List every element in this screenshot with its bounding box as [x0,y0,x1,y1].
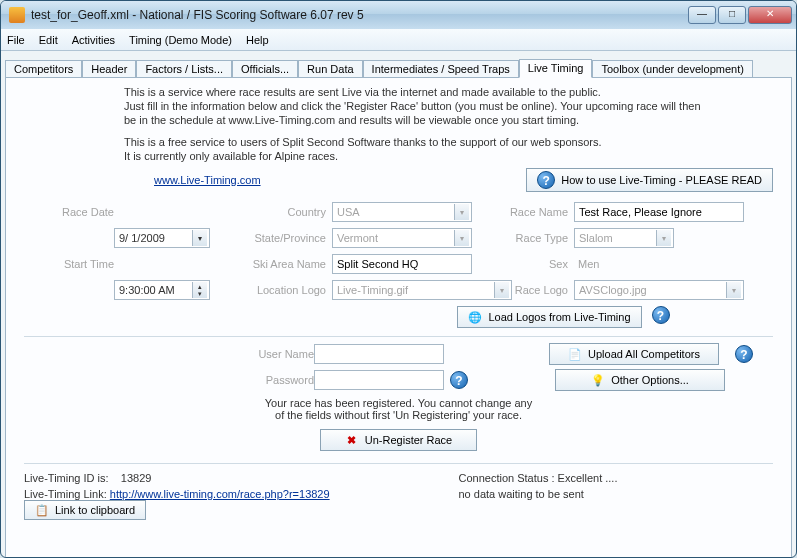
window-title: test_for_Geoff.xml - National / FIS Scor… [31,8,688,22]
country-dropdown[interactable]: USA ▾ [332,202,472,222]
race-name-input[interactable] [574,202,744,222]
label-race-name: Race Name [478,206,568,218]
tab-officials[interactable]: Officials... [232,60,298,78]
chevron-down-icon: ▾ [656,230,671,246]
registered-message: Your race has been registered. You canno… [24,397,773,421]
live-timing-panel: This is a service where race results are… [5,77,792,558]
race-logo-dropdown[interactable]: AVSClogo.jpg ▾ [574,280,744,300]
chevron-down-icon: ▾ [454,204,469,220]
help-upload-all[interactable]: ? [735,345,753,363]
connection-status: Connection Status : Excellent .... [459,472,774,484]
title-bar: test_for_Geoff.xml - National / FIS Scor… [1,1,796,29]
lt-id-label: Live-Timing ID is: [24,472,109,484]
ski-area-input[interactable] [332,254,472,274]
menu-activities[interactable]: Activities [72,34,115,46]
menu-help[interactable]: Help [246,34,269,46]
data-status: no data waiting to be sent [459,488,774,500]
lt-id-value: 13829 [121,472,152,484]
menu-bar: File Edit Activities Timing (Demo Mode) … [1,29,796,51]
live-timing-link[interactable]: www.Live-Timing.com [154,174,261,186]
label-start-time: Start Time [24,258,114,270]
label-race-date: Race Date [24,206,114,218]
state-dropdown[interactable]: Vermont ▾ [332,228,472,248]
tab-toolbox[interactable]: Toolbox (under development) [592,60,752,78]
link-to-clipboard-button[interactable]: 📋 Link to clipboard [24,500,146,520]
label-sex: Sex [478,258,568,270]
chevron-down-icon: ▾ [192,230,207,246]
sex-value: Men [574,258,744,270]
label-ski-area: Ski Area Name [216,258,326,270]
menu-file[interactable]: File [7,34,25,46]
globe-icon: 🌐 [468,310,482,324]
lightbulb-icon: 💡 [591,373,605,387]
chevron-down-icon: ▾ [726,282,741,298]
how-to-button[interactable]: ? How to use Live-Timing - PLEASE READ [526,168,773,192]
password-input[interactable] [314,370,444,390]
label-country: Country [216,206,326,218]
label-password: Password [24,374,314,386]
lt-link-url[interactable]: http://www.live-timing.com/race.php?r=13… [110,488,330,500]
upload-all-button[interactable]: 📄 Upload All Competitors [549,343,719,365]
tab-intermediates[interactable]: Intermediates / Speed Traps [363,60,519,78]
tab-competitors[interactable]: Competitors [5,60,82,78]
tab-live-timing[interactable]: Live Timing [519,59,593,78]
tab-header[interactable]: Header [82,60,136,78]
tab-run-data[interactable]: Run Data [298,60,362,78]
other-options-button[interactable]: 💡 Other Options... [555,369,725,391]
tab-strip: Competitors Header Factors / Lists... Of… [5,55,792,77]
maximize-button[interactable]: □ [718,6,746,24]
menu-timing[interactable]: Timing (Demo Mode) [129,34,232,46]
label-user-name: User Name [24,348,314,360]
lt-link-label: Live-Timing Link: [24,488,107,500]
label-race-logo: Race Logo [478,284,568,296]
help-credentials[interactable]: ? [450,371,468,389]
upload-icon: 📄 [568,347,582,361]
label-race-type: Race Type [478,232,568,244]
intro-text: This is a service where race results are… [124,86,744,162]
menu-edit[interactable]: Edit [39,34,58,46]
label-location-logo: Location Logo [216,284,326,296]
close-button[interactable]: ✕ [748,6,792,24]
chevron-down-icon: ▾ [454,230,469,246]
clipboard-icon: 📋 [35,503,49,517]
unregister-icon: ✖ [345,433,359,447]
start-time-spinner[interactable]: 9:30:00 AM ▴▾ [114,280,210,300]
tab-factors[interactable]: Factors / Lists... [136,60,232,78]
race-type-dropdown[interactable]: Slalom ▾ [574,228,674,248]
user-name-input[interactable] [314,344,444,364]
label-state: State/Province [216,232,326,244]
unregister-button[interactable]: ✖ Un-Register Race [320,429,477,451]
race-date-picker[interactable]: 9/ 1/2009 ▾ [114,228,210,248]
help-load-logos[interactable]: ? [652,306,670,324]
minimize-button[interactable]: — [688,6,716,24]
load-logos-button[interactable]: 🌐 Load Logos from Live-Timing [457,306,641,328]
help-icon: ? [537,171,555,189]
spinner-arrows-icon: ▴▾ [192,282,207,298]
app-icon [9,7,25,23]
